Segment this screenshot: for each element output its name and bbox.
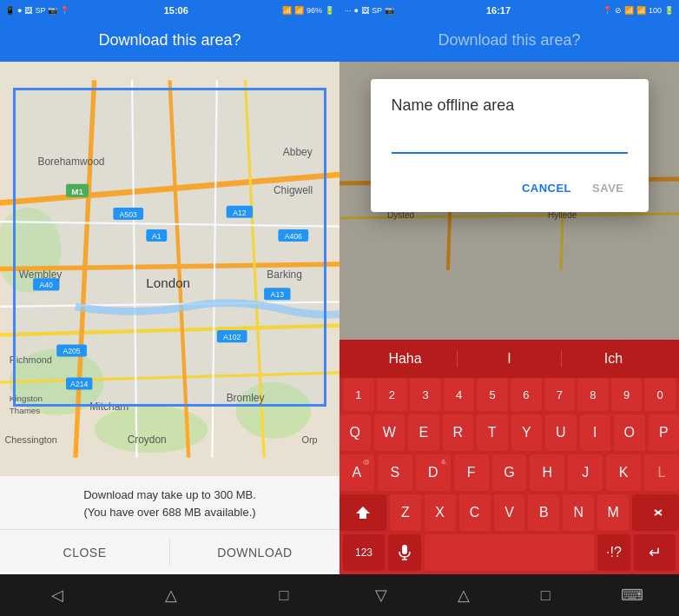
keyboard-row-1: Q W E R T Y U I O P — [340, 414, 679, 451]
svg-text:Chigwell: Chigwell — [274, 184, 313, 196]
signal-icon-right: 📶 — [636, 6, 646, 15]
key-3[interactable]: 3 — [410, 378, 441, 411]
key-123[interactable]: 123 — [343, 534, 385, 571]
right-header-title: Download this area? — [340, 31, 679, 50]
svg-text:Mitcham: Mitcham — [89, 401, 129, 413]
key-mic[interactable] — [388, 534, 421, 571]
key-period[interactable]: ·!? — [597, 534, 630, 571]
dialog-title: Name offline area — [392, 96, 628, 115]
download-info-line1: Download may take up to 300 MB. — [9, 487, 331, 504]
key-8[interactable]: 8 — [577, 378, 609, 411]
svg-text:A1: A1 — [152, 232, 162, 241]
svg-text:Orp: Orp — [302, 434, 318, 445]
battery-icon: 🔋 — [325, 6, 334, 15]
key-y[interactable]: Y — [511, 414, 543, 451]
key-r[interactable]: R — [443, 414, 474, 451]
svg-text:Wembley: Wembley — [19, 268, 63, 281]
dialog-box: Name offline area CANCEL SAVE — [371, 79, 649, 212]
key-a[interactable]: @A — [340, 454, 374, 491]
key-k[interactable]: K — [606, 454, 641, 491]
key-b[interactable]: B — [528, 494, 559, 531]
keyboard-button[interactable]: ⌨ — [621, 586, 643, 605]
key-7[interactable]: 7 — [544, 378, 576, 411]
spacebar-key[interactable] — [425, 534, 594, 571]
left-header-title: Download this area? — [0, 31, 340, 50]
close-button[interactable]: CLOSE — [0, 530, 169, 574]
key-q[interactable]: Q — [340, 414, 371, 451]
download-info: Download may take up to 300 MB. (You hav… — [0, 476, 340, 529]
key-f[interactable]: F — [454, 454, 489, 491]
camera-icon: 📷 — [48, 6, 57, 15]
svg-text:Chessington: Chessington — [4, 434, 56, 445]
svg-text:Kingston: Kingston — [10, 394, 43, 403]
key-d[interactable]: &D — [416, 454, 451, 491]
left-panel: 📱 ● 🖼 SP 📷 📍 15:06 📶 📶 96% 🔋 Download th… — [0, 0, 340, 616]
key-n[interactable]: N — [563, 494, 594, 531]
key-g[interactable]: G — [492, 454, 527, 491]
key-l[interactable]: L — [644, 454, 679, 491]
map-container[interactable]: M1 A503 A1 A12 A406 A40 A13 A205 A102 — [0, 62, 340, 476]
key-0[interactable]: 0 — [644, 378, 676, 411]
dialog-cancel-button[interactable]: CANCEL — [518, 175, 575, 202]
dialog-actions: CANCEL SAVE — [392, 175, 628, 202]
recent-button-right[interactable]: □ — [541, 586, 550, 605]
backspace-key[interactable] — [632, 494, 679, 531]
key-p[interactable]: P — [649, 414, 680, 451]
key-o[interactable]: O — [614, 414, 645, 451]
right-time: 16:17 — [486, 5, 511, 16]
svg-text:A503: A503 — [120, 210, 137, 219]
left-battery-icons: 📶 📶 96% 🔋 — [282, 6, 334, 15]
key-j[interactable]: J — [568, 454, 603, 491]
key-9[interactable]: 9 — [611, 378, 643, 411]
key-c[interactable]: C — [459, 494, 491, 531]
wifi-icon-right: 📶 — [624, 6, 634, 15]
right-map-bg: A547 Dysted Hyllede Name offline area CA… — [340, 62, 679, 340]
download-button[interactable]: DOWNLOAD — [170, 530, 340, 574]
dialog-save-button[interactable]: SAVE — [589, 175, 627, 202]
key-t[interactable]: T — [477, 414, 508, 451]
whatsapp-icon: ● — [17, 6, 22, 15]
shift-key[interactable] — [340, 494, 386, 531]
signal-icon: 📶 — [294, 6, 304, 15]
key-z[interactable]: Z — [390, 494, 421, 531]
key-enter[interactable]: ↵ — [634, 534, 676, 571]
key-w[interactable]: W — [374, 414, 405, 451]
svg-text:M1: M1 — [71, 187, 83, 196]
home-button[interactable]: △ — [165, 586, 177, 605]
suggestion-i[interactable]: I — [457, 351, 562, 367]
map-svg: M1 A503 A1 A12 A406 A40 A13 A205 A102 — [0, 62, 340, 476]
key-x[interactable]: X — [425, 494, 456, 531]
svg-text:A102: A102 — [223, 333, 241, 341]
key-m[interactable]: M — [597, 494, 629, 531]
recent-button[interactable]: □ — [279, 586, 288, 605]
location-icon: 📍 — [60, 6, 69, 15]
key-i[interactable]: I — [580, 414, 611, 451]
key-2[interactable]: 2 — [377, 378, 408, 411]
key-4[interactable]: 4 — [444, 378, 475, 411]
left-header: Download this area? — [0, 21, 340, 62]
signal-no-icon: ⊘ — [615, 6, 622, 15]
camera-icon-right: 📷 — [385, 6, 394, 15]
suggestion-haha[interactable]: Haha — [353, 351, 457, 367]
key-e[interactable]: E — [408, 414, 439, 451]
media-icon-right: 🖼 — [361, 6, 369, 15]
left-status-icons: 📱 ● 🖼 SP 📷 📍 — [5, 6, 69, 15]
back-button-right[interactable]: ▽ — [375, 586, 387, 605]
svg-text:Borehamwood: Borehamwood — [37, 156, 104, 168]
status-bar-right: ··· ● 🖼 SP 📷 16:17 📍 ⊘ 📶 📶 100 🔋 — [340, 0, 679, 21]
key-s[interactable]: S — [378, 454, 412, 491]
key-6[interactable]: 6 — [511, 378, 542, 411]
media-icon: 🖼 — [24, 6, 32, 15]
home-button-right[interactable]: △ — [458, 586, 470, 605]
back-button[interactable]: ◁ — [51, 586, 63, 605]
key-v[interactable]: V — [494, 494, 525, 531]
key-5[interactable]: 5 — [477, 378, 508, 411]
offline-area-name-input[interactable] — [392, 130, 628, 154]
svg-text:Abbey: Abbey — [283, 146, 313, 158]
svg-text:Bromley: Bromley — [227, 392, 265, 404]
keyboard-row-3: Z X C V B N M — [340, 494, 679, 531]
suggestion-ich[interactable]: Ich — [562, 351, 665, 367]
key-1[interactable]: 1 — [343, 378, 374, 411]
key-h[interactable]: H — [530, 454, 564, 491]
key-u[interactable]: U — [545, 414, 577, 451]
